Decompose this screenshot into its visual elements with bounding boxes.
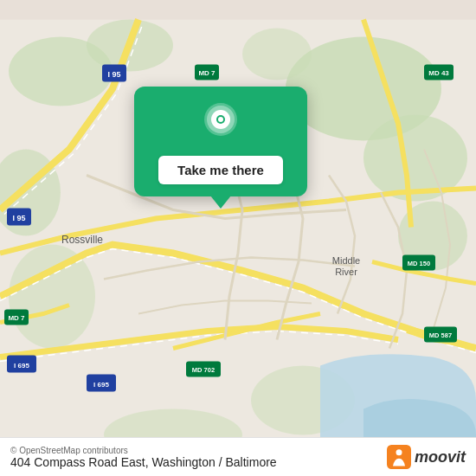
- map-container: I 95 I 95 I 695 I 695 MD 7 MD 7 MD 43 MD…: [0, 0, 476, 476]
- address-text: 404 Compass Road East, Washington / Balt…: [10, 455, 277, 469]
- take-me-there-button[interactable]: Take me there: [158, 156, 283, 184]
- moovit-text: moovit: [415, 448, 466, 466]
- svg-text:MD 150: MD 150: [408, 260, 430, 267]
- popup-card: Take me there: [134, 87, 307, 196]
- osm-credit: © OpenStreetMap contributors: [10, 446, 277, 455]
- svg-text:River: River: [335, 267, 357, 277]
- location-icon-wrapper: [198, 102, 243, 147]
- svg-text:I 95: I 95: [107, 70, 120, 79]
- bottom-bar: © OpenStreetMap contributors 404 Compass…: [0, 437, 476, 476]
- svg-text:MD 7: MD 7: [8, 314, 25, 322]
- svg-text:I 695: I 695: [14, 362, 29, 370]
- svg-point-40: [396, 449, 402, 455]
- svg-text:Middle: Middle: [332, 255, 360, 266]
- location-pin-icon: [203, 102, 239, 147]
- bottom-left: © OpenStreetMap contributors 404 Compass…: [10, 446, 277, 469]
- moovit-logo: moovit: [387, 445, 466, 469]
- svg-text:Rossville: Rossville: [61, 234, 103, 246]
- svg-text:I 95: I 95: [12, 214, 25, 222]
- svg-point-38: [218, 117, 223, 122]
- svg-text:MD 702: MD 702: [192, 366, 215, 374]
- svg-text:MD 587: MD 587: [429, 331, 452, 339]
- svg-text:MD 7: MD 7: [198, 69, 215, 77]
- svg-text:MD 43: MD 43: [428, 69, 449, 77]
- svg-text:I 695: I 695: [93, 381, 109, 389]
- map-background: I 95 I 95 I 695 I 695 MD 7 MD 7 MD 43 MD…: [0, 0, 476, 476]
- moovit-icon: [387, 445, 411, 469]
- svg-point-6: [242, 29, 312, 80]
